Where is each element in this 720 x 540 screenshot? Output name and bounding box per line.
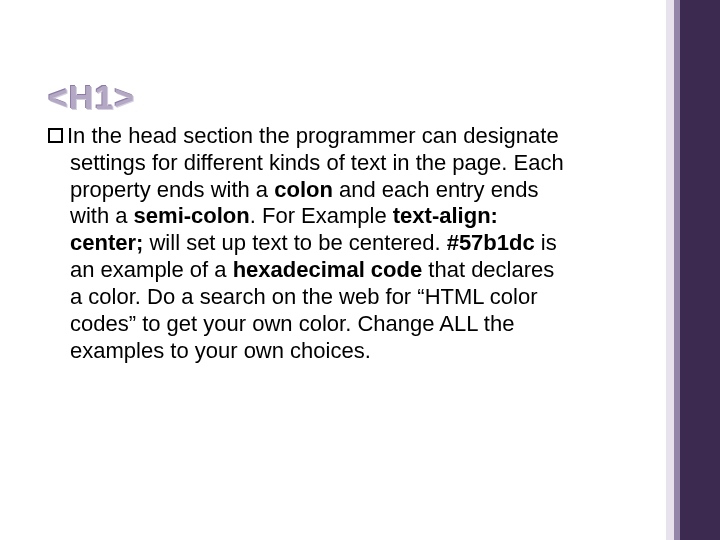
text-run: will set up text to be centered. xyxy=(143,230,446,255)
square-bullet-icon xyxy=(48,128,63,143)
slide-heading: <H1> xyxy=(48,78,618,117)
text-bold: colon xyxy=(274,177,333,202)
bullet-block: In the head section the programmer can d… xyxy=(48,123,618,364)
text-run: . For Example xyxy=(250,203,393,228)
text-bold: #57b1dc xyxy=(447,230,535,255)
right-accent-band xyxy=(666,0,720,540)
slide-content: <H1> In the head section the programmer … xyxy=(48,78,618,364)
text-bold: semi-colon xyxy=(134,203,250,228)
body-paragraph: In the head section the programmer can d… xyxy=(48,123,570,364)
text-bold: hexadecimal code xyxy=(233,257,423,282)
